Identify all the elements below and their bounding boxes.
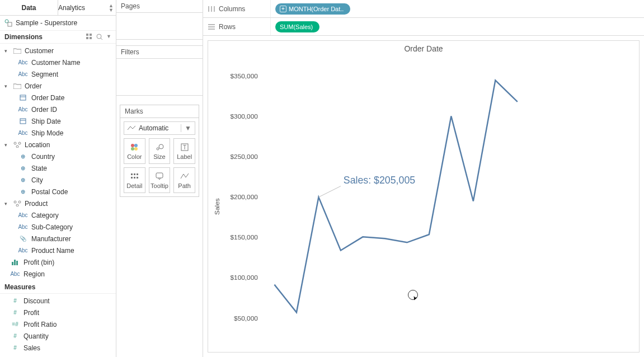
folder-label: Customer	[25, 47, 54, 55]
tab-analytics[interactable]: Analytics ▲▼	[58, 0, 116, 15]
field-country[interactable]: ⊕Country	[0, 151, 116, 162]
field-product-name[interactable]: AbcProduct Name	[0, 245, 116, 256]
search-icon[interactable]	[96, 34, 103, 40]
abc-icon: Abc	[18, 59, 28, 65]
field-ship-mode[interactable]: AbcShip Mode	[0, 127, 116, 139]
mark-type-select[interactable]: Automatic ▼	[124, 121, 195, 135]
folder-product[interactable]: ▾ Product	[0, 198, 116, 209]
field-manufacturer[interactable]: 📎Manufacturer	[0, 233, 116, 245]
field-label: Ship Date	[31, 118, 61, 125]
marks-color[interactable]: Color	[124, 138, 145, 164]
rows-icon	[208, 24, 215, 30]
folder-order[interactable]: ▾ Order	[0, 80, 116, 92]
field-quantity[interactable]: #Quantity	[0, 330, 116, 342]
pill-text: SUM(Sales)	[280, 24, 313, 30]
field-customer-name[interactable]: AbcCustomer Name	[0, 57, 116, 68]
line-mark-icon	[128, 125, 135, 131]
field-discount[interactable]: #Discount	[0, 295, 116, 307]
folder-customer[interactable]: ▾ Customer	[0, 45, 116, 57]
field-label: Category	[31, 212, 59, 219]
dropdown-caret-icon[interactable]: ▼	[106, 34, 111, 40]
tab-analytics-label: Analytics	[58, 4, 85, 12]
svg-rect-29	[131, 173, 133, 175]
svg-point-16	[18, 201, 21, 203]
svg-text:$150,000: $150,000	[231, 233, 258, 241]
chart-area[interactable]: Order Date $350,000 $300,000 $250,000 $2…	[208, 40, 640, 353]
field-label: Postal Code	[31, 188, 68, 196]
field-profit-bin[interactable]: Profit (bin)	[0, 256, 116, 268]
svg-point-26	[159, 144, 163, 149]
field-sales[interactable]: #Sales	[0, 342, 116, 354]
view-as-icon[interactable]	[86, 34, 93, 40]
columns-shelf-row: Columns + MONTH(Order Dat..	[203, 0, 644, 18]
rows-pill-sum-sales[interactable]: SUM(Sales)	[275, 21, 319, 32]
field-state[interactable]: ⊕State	[0, 162, 116, 174]
number-icon: #	[10, 345, 20, 351]
marks-tooltip[interactable]: Tooltip	[149, 167, 171, 193]
svg-rect-19	[14, 260, 16, 265]
field-postal-code[interactable]: ⊕Postal Code	[0, 186, 116, 198]
marks-detail[interactable]: Detail	[124, 167, 145, 193]
measures-tree: #Discount #Profit =#Profit Ratio #Quanti…	[0, 294, 116, 355]
field-ship-date[interactable]: Ship Date	[0, 115, 116, 127]
svg-point-12	[14, 142, 16, 144]
tab-data[interactable]: Data	[0, 0, 58, 15]
measures-header: Measures	[0, 281, 116, 294]
dimensions-header: Dimensions ▼	[0, 31, 116, 44]
abc-icon: Abc	[18, 224, 28, 230]
marks-size[interactable]: Size	[149, 138, 171, 164]
annotation-text: Sales: $205,005	[344, 175, 415, 186]
caret-down-icon: ▾	[4, 201, 10, 206]
field-label: Discount	[23, 297, 50, 305]
svg-rect-10	[20, 119, 26, 124]
field-segment[interactable]: AbcSegment	[0, 68, 116, 80]
field-label: Sub-Category	[31, 223, 73, 231]
rows-shelf[interactable]: SUM(Sales)	[270, 18, 644, 35]
up-down-caret-icon: ▲▼	[109, 3, 114, 12]
svg-rect-20	[16, 261, 18, 265]
field-region[interactable]: AbcRegion	[0, 268, 116, 280]
folder-location[interactable]: ▾ Location	[0, 139, 116, 151]
field-category[interactable]: AbcCategory	[0, 209, 116, 221]
field-label: City	[31, 176, 43, 184]
dimensions-label: Dimensions	[4, 33, 43, 41]
field-sub-category[interactable]: AbcSub-Category	[0, 221, 116, 233]
field-profit-ratio[interactable]: =#Profit Ratio	[0, 318, 116, 330]
marks-card: Marks Automatic ▼ Color Size TLabel Deta…	[120, 105, 199, 197]
abc-icon: Abc	[18, 212, 28, 218]
svg-rect-2	[86, 34, 88, 36]
field-label: Order ID	[31, 106, 57, 114]
svg-rect-32	[131, 177, 133, 178]
pages-shelf[interactable]	[116, 13, 203, 40]
y-axis-ticks: $350,000 $300,000 $250,000 $200,000 $150…	[231, 72, 258, 322]
calc-number-icon: =#	[10, 321, 20, 327]
columns-shelf[interactable]: + MONTH(Order Dat..	[270, 0, 644, 17]
filters-shelf[interactable]	[116, 59, 203, 96]
columns-text: Columns	[219, 5, 245, 13]
svg-text:$250,000: $250,000	[231, 153, 258, 161]
field-order-id[interactable]: AbcOrder ID	[0, 104, 116, 115]
svg-rect-1	[8, 22, 12, 26]
number-icon: #	[10, 298, 20, 304]
size-icon	[155, 142, 164, 152]
field-label: Sales	[23, 344, 40, 352]
field-order-date[interactable]: Order Date	[0, 92, 116, 104]
caret-down-icon: ▾	[4, 48, 10, 54]
marks-path[interactable]: Path	[173, 167, 195, 193]
caret-down-icon: ▾	[4, 83, 10, 89]
tab-data-label: Data	[21, 4, 36, 12]
svg-text:$300,000: $300,000	[231, 112, 258, 120]
columns-icon	[208, 6, 215, 12]
svg-rect-30	[134, 173, 135, 175]
calendar-icon	[18, 94, 28, 102]
datasource-row[interactable]: Sample - Superstore	[0, 16, 116, 31]
marks-title: Marks	[120, 105, 199, 118]
svg-point-24	[134, 147, 138, 151]
abc-icon: Abc	[18, 247, 28, 253]
field-profit[interactable]: #Profit	[0, 307, 116, 318]
field-city[interactable]: ⊕City	[0, 174, 116, 186]
marks-label[interactable]: TLabel	[173, 138, 195, 164]
svg-rect-3	[90, 34, 92, 36]
abc-icon: Abc	[18, 106, 28, 112]
columns-pill-month-order-date[interactable]: + MONTH(Order Dat..	[275, 3, 350, 15]
